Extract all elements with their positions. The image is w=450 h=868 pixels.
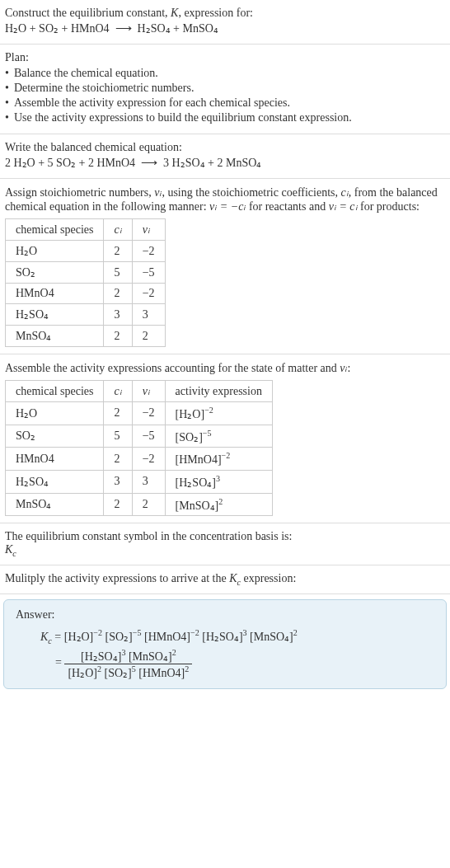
table-row: HMnO42−2: [6, 284, 166, 304]
base: [MnSO₄]: [176, 499, 219, 511]
section-plan: Plan: •Balance the chemical equation. •D…: [0, 45, 450, 134]
text: Assemble the activity expressions accoun…: [5, 362, 340, 374]
term: [SO₂]: [105, 631, 133, 643]
exp: 3: [121, 648, 125, 657]
k: K: [5, 543, 12, 556]
kc: Kc: [229, 572, 241, 584]
base: [SO₂]: [176, 430, 203, 443]
table-row: MnSO₄22[MnSO₄]2: [6, 493, 273, 516]
term: [H₂O]: [64, 631, 94, 643]
exp: −2: [190, 628, 199, 637]
exp: −2: [93, 628, 102, 637]
exp: 2: [218, 497, 223, 506]
cell-ci: 2: [104, 284, 132, 304]
section-stoich: Assign stoichiometric numbers, νᵢ, using…: [0, 179, 450, 354]
cell-species: H₂SO₄: [6, 304, 104, 326]
cell-nui: 2: [132, 326, 165, 347]
table-row: H₂SO₄33[H₂SO₄]3: [6, 470, 273, 493]
stoich-table: chemical species cᵢ νᵢ H₂O2−2 SO₂5−5 HMn…: [5, 218, 166, 347]
term: [HMnO4]: [144, 631, 190, 643]
table-row: MnSO₄22: [6, 326, 166, 347]
c-i: cᵢ: [341, 186, 349, 199]
text: Use the activity expressions to build th…: [14, 111, 352, 124]
cell-nui: 3: [132, 304, 165, 326]
table-row: SO₂5−5: [6, 262, 166, 284]
section-balanced: Write the balanced chemical equation: 2 …: [0, 134, 450, 179]
table-row: SO₂5−5[SO₂]−5: [6, 425, 273, 448]
denominator: [H₂O]2 [SO₂]5 [HMnO4]2: [64, 664, 192, 680]
lhs: 2 H₂O + 5 SO₂ + 2 HMnO4: [5, 157, 135, 169]
base: [H₂SO₄]: [176, 476, 216, 489]
kc-symbol: Kc: [5, 543, 445, 558]
fraction: [H₂SO₄]3 [MnSO₄]2 [H₂O]2 [SO₂]5 [HMnO4]2: [64, 648, 192, 679]
cell-activity: [MnSO₄]2: [165, 493, 272, 516]
lhs: H₂O + SO₂ + HMnO4: [5, 22, 110, 35]
text: :: [348, 362, 351, 374]
section-kc-symbol: The equilibrium constant symbol in the c…: [0, 523, 450, 565]
cell-species: H₂O: [6, 402, 104, 425]
plan-item: •Use the activity expressions to build t…: [5, 110, 445, 125]
cell-ci: 2: [104, 448, 132, 471]
cell-species: SO₂: [6, 425, 104, 448]
cell-ci: 5: [104, 425, 132, 448]
kc: Kc: [40, 631, 52, 643]
exp: −5: [203, 429, 212, 438]
term: [H₂O]: [68, 667, 97, 679]
text: for reactants and: [246, 200, 328, 213]
table-row: H₂O2−2[H₂O]−2: [6, 402, 273, 425]
text: Construct the equilibrium constant,: [5, 7, 171, 19]
cell-ci: 2: [104, 493, 132, 516]
stoich-text: Assign stoichiometric numbers, νᵢ, using…: [5, 185, 445, 213]
cell-nui: 2: [132, 493, 165, 516]
cell-species: SO₂: [6, 262, 104, 284]
eq: =: [52, 631, 64, 643]
kc-text: The equilibrium constant symbol in the c…: [5, 530, 445, 543]
col-species: chemical species: [6, 219, 104, 241]
cell-species: HMnO4: [6, 448, 104, 471]
term: [SO₂]: [105, 667, 132, 679]
section-multiply: Mulitply the activity expressions to arr…: [0, 565, 450, 594]
plan-item: •Determine the stoichiometric numbers.: [5, 81, 445, 96]
bullet-icon: •: [5, 67, 14, 80]
plan-item: •Balance the chemical equation.: [5, 66, 445, 81]
table-header-row: chemical species cᵢ νᵢ activity expressi…: [6, 381, 273, 402]
col-nui: νᵢ: [132, 219, 165, 241]
term: [MnSO₄]: [129, 650, 172, 663]
cell-nui: −2: [132, 241, 165, 262]
cell-ci: 2: [104, 241, 132, 262]
exp: −2: [204, 406, 213, 415]
cell-activity: [HMnO4]−2: [165, 448, 272, 471]
cell-ci: 5: [104, 262, 132, 284]
plan-list: •Balance the chemical equation. •Determi…: [5, 64, 445, 127]
k-var: K: [171, 7, 178, 19]
rel2: νᵢ = cᵢ: [329, 200, 358, 213]
arrow-icon: ⟶: [115, 22, 132, 35]
cell-nui: −2: [132, 284, 165, 304]
plan-item: •Assemble the activity expression for ea…: [5, 96, 445, 110]
activity-text: Assemble the activity expressions accoun…: [5, 361, 445, 375]
text: Balance the chemical equation.: [14, 67, 158, 80]
plan-heading: Plan:: [5, 51, 445, 64]
exp: 2: [97, 664, 101, 673]
term: [H₂SO₄]: [81, 650, 121, 663]
unbalanced-equation: H₂O + SO₂ + HMnO4 ⟶ H₂SO₄ + MnSO₄: [5, 20, 445, 37]
cell-activity: [SO₂]−5: [165, 425, 272, 448]
bullet-icon: •: [5, 96, 14, 110]
exp: 2: [172, 648, 176, 657]
rel1: νᵢ = −cᵢ: [209, 200, 246, 213]
exp: −5: [133, 628, 142, 637]
exp: 5: [132, 664, 136, 673]
cell-nui: −2: [132, 402, 165, 425]
rhs: H₂SO₄ + MnSO₄: [138, 22, 218, 35]
cell-species: MnSO₄: [6, 326, 104, 347]
numerator: [H₂SO₄]3 [MnSO₄]2: [64, 648, 192, 664]
cell-nui: −5: [132, 425, 165, 448]
exp: 3: [243, 628, 247, 637]
multiply-text: Mulitply the activity expressions to arr…: [5, 572, 445, 587]
text: , using the stoichiometric coefficients,: [162, 186, 340, 199]
table-row: HMnO42−2[HMnO4]−2: [6, 448, 273, 471]
term: [MnSO₄]: [250, 631, 293, 643]
text: Assemble the activity expression for eac…: [14, 96, 290, 110]
text: Mulitply the activity expressions to arr…: [5, 572, 229, 584]
eq: =: [55, 657, 64, 669]
